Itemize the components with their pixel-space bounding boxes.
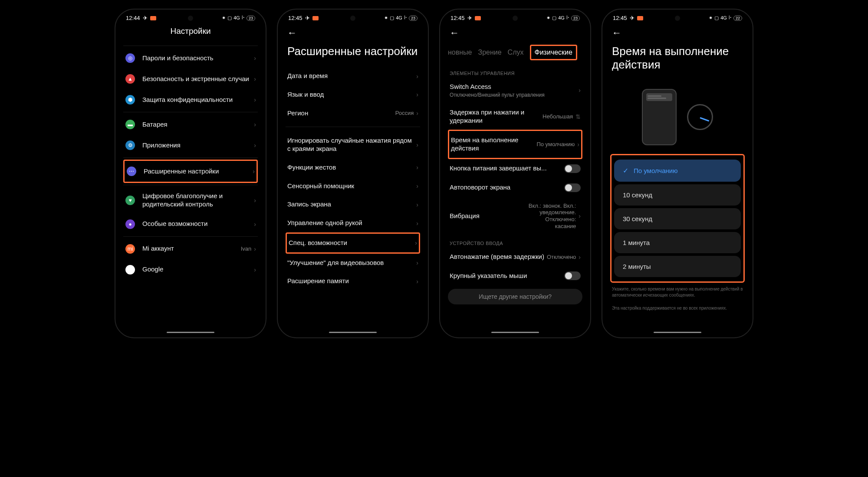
navigation-bar[interactable] [654,332,701,333]
timing-option[interactable]: ✓По умолчанию [614,160,741,182]
row-label: Батарея [142,121,254,129]
status-time: 12:45 [288,15,302,21]
chevron-right-icon: › [254,75,256,82]
tab-main[interactable]: новные [448,49,472,56]
chevron-right-icon: › [416,259,418,266]
tab-physical[interactable]: Физические [530,45,577,60]
settings-row-google[interactable]: G Google › [123,259,258,280]
status-app-icon [150,16,156,20]
tab-vision[interactable]: Зрение [478,49,501,56]
settings-row[interactable]: Сенсорный помощник › [286,177,420,196]
chevron-right-icon: › [253,168,255,175]
settings-row[interactable]: Функции жестов › [286,158,420,177]
chevron-right-icon: › [579,212,581,219]
settings-row[interactable]: ВибрацияВкл.: звонок. Вкл.: уведомление.… [448,197,582,235]
chevron-right-icon: › [254,197,256,204]
row-value: Небольшая [542,113,573,120]
chevron-right-icon: › [416,164,418,171]
timing-option[interactable]: 10 секунд [614,184,741,206]
timing-option[interactable]: 30 секунд [614,208,741,229]
status-time: 12:44 [126,15,140,21]
row-label: Цифровое благополучие и родительский кон… [142,192,254,209]
option-label: 2 минуты [623,263,651,270]
section-header-controls: ЭЛЕМЕНТЫ УПРАВЛЕНИЯ [448,65,582,78]
a11y-icon: ● [125,219,135,229]
settings-row-battery[interactable]: ▬ Батарея › [123,114,258,135]
row-label: Игнорировать случайные нажатия рядом с к… [287,137,416,153]
sort-icon: ⇅ [575,113,581,120]
status-time: 12:45 [613,15,627,21]
settings-row[interactable]: Расширение памяти › [286,272,420,291]
clock-illustration [687,104,713,130]
battery-indicator: 23 [409,16,418,21]
mi-icon: mi [125,244,135,254]
telegram-icon: ✈ [305,15,310,21]
settings-row[interactable]: Кнопка питания завершает вы... [448,159,582,178]
telegram-icon: ✈ [143,15,148,21]
back-button[interactable]: ← [450,27,459,38]
row-value: Отключено [547,254,576,261]
camera-notch [188,16,193,21]
settings-row-dots[interactable]: ⋯ Расширенные настройки › [123,160,258,183]
wellbeing-icon: ♥ [125,195,135,206]
settings-row[interactable]: Время на выполнение действияПо умолчанию… [448,130,582,159]
battery-icon: ▬ [125,119,135,130]
tab-bar: новные Зрение Слух Физические [448,42,582,65]
page-title: Настройки [123,23,258,44]
timing-option[interactable]: 2 минуты [614,256,741,277]
chevron-right-icon: › [416,141,418,148]
toggle-switch[interactable] [564,183,581,192]
settings-row[interactable]: Автоповорот экрана [448,178,582,197]
settings-row[interactable]: Автонажатие (время задержки)Отключено› [448,248,582,266]
row-label: Автоповорот экрана [450,183,564,192]
navigation-bar[interactable] [491,332,539,333]
row-label: Особые возможности [142,220,254,228]
bluetooth-icon: ⁕ [546,15,550,21]
settings-row-fingerprint[interactable]: ◎ Пароли и безопасность › [123,48,258,69]
settings-row[interactable]: Дата и время › [286,67,420,85]
settings-row[interactable]: Язык и ввод › [286,85,420,104]
chevron-right-icon: › [415,239,417,246]
settings-row[interactable]: Задержка при нажатии и удержанииНебольша… [448,103,582,130]
row-label: Google [142,265,254,274]
tab-hearing[interactable]: Слух [508,49,524,56]
back-button[interactable]: ← [612,27,621,38]
option-label: По умолчанию [634,167,677,174]
navigation-bar[interactable] [167,332,214,333]
network-icon: 4G ⠗ [720,15,732,21]
bluetooth-icon: ⁕ [384,15,388,21]
toggle-switch[interactable] [564,271,581,280]
network-icon: 4G ⠗ [396,15,407,21]
alert-icon: ▲ [125,74,135,84]
nfc-icon: ▢ [227,15,232,21]
row-value: Ivan [241,245,252,252]
settings-row-alert[interactable]: ▲ Безопасность и экстренные случаи › [123,69,258,89]
settings-row[interactable]: Спец. возможности › [286,232,420,254]
settings-row-mi[interactable]: mi Mi аккаунт Ivan › [123,238,258,259]
row-label: Управление одной рукой [287,219,416,227]
chevron-right-icon: › [254,221,256,228]
settings-row[interactable]: Игнорировать случайные нажатия рядом с к… [286,131,420,158]
back-button[interactable]: ← [287,27,297,38]
settings-row[interactable]: Регион Россия › [286,104,420,123]
settings-row[interactable]: Запись экрана › [286,195,420,214]
settings-row[interactable]: "Улучшение" для видеовызовов › [286,254,420,272]
settings-row[interactable]: Управление одной рукой › [286,214,420,232]
status-app-icon [637,16,643,20]
row-label: Защита конфиденциальности [142,96,254,104]
settings-row-wellbeing[interactable]: ♥ Цифровое благополучие и родительский к… [123,187,258,214]
settings-row-a11y[interactable]: ● Особые возможности › [123,214,258,235]
chevron-right-icon: › [579,87,581,94]
nfc-icon: ▢ [714,15,719,21]
settings-row[interactable]: Крупный указатель мыши [448,266,582,285]
row-value: Россия [395,110,414,117]
footnote-2: Эта настройка поддерживается не во всех … [610,302,745,315]
timing-option[interactable]: 1 минута [614,232,741,253]
settings-row-apps[interactable]: ⚙ Приложения › [123,135,258,156]
settings-row[interactable]: Switch AccessОтключено/Внешний пульт упр… [448,78,582,103]
fingerprint-icon: ◎ [125,53,135,63]
navigation-bar[interactable] [329,332,377,333]
search-more-settings[interactable]: Ищете другие настройки? [448,289,582,304]
toggle-switch[interactable] [564,164,581,173]
settings-row-shield[interactable]: ⬢ Защита конфиденциальности › [123,89,258,110]
